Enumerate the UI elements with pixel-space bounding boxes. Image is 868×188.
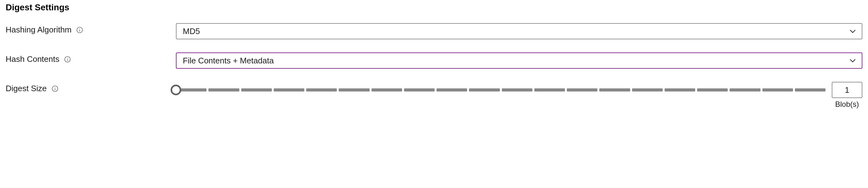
digest-size-slider[interactable] xyxy=(176,88,826,92)
svg-point-1 xyxy=(80,28,80,29)
select-value: File Contents + Metadata xyxy=(183,56,274,66)
row-hashing-algorithm: Hashing Algorithm MD5 xyxy=(6,23,862,40)
label-hashing-algorithm: Hashing Algorithm xyxy=(6,23,176,35)
svg-point-7 xyxy=(55,87,55,88)
slider-segment xyxy=(469,88,500,92)
slider-segment xyxy=(763,88,793,92)
slider-segment xyxy=(339,88,369,92)
section-title: Digest Settings xyxy=(6,2,862,12)
slider-segment xyxy=(567,88,597,92)
slider-segment xyxy=(241,88,272,92)
slider-segment xyxy=(274,88,304,92)
digest-size-unit: Blob(s) xyxy=(835,100,859,109)
slider-segment xyxy=(599,88,630,92)
slider-segment xyxy=(306,88,337,92)
slider-segment xyxy=(208,88,239,92)
slider-segment xyxy=(404,88,435,92)
slider-segment xyxy=(632,88,663,92)
hashing-algorithm-select[interactable]: MD5 xyxy=(176,23,862,39)
label-digest-size: Digest Size xyxy=(6,82,176,93)
label-text: Hash Contents xyxy=(6,54,59,64)
slider-segment xyxy=(534,88,565,92)
slider-segment xyxy=(730,88,760,92)
label-hash-contents: Hash Contents xyxy=(6,53,176,64)
row-hash-contents: Hash Contents File Contents + Metadata xyxy=(6,53,862,69)
chevron-down-icon xyxy=(849,27,857,35)
slider-segment xyxy=(502,88,532,92)
row-digest-size: Digest Size Blob(s) xyxy=(6,82,862,109)
label-text: Hashing Algorithm xyxy=(6,25,71,35)
info-icon[interactable] xyxy=(64,56,71,63)
slider-segment xyxy=(664,88,695,92)
slider-segment xyxy=(372,88,402,92)
slider-segment xyxy=(436,88,467,92)
digest-size-input[interactable] xyxy=(832,82,862,98)
slider-segment xyxy=(795,88,826,92)
hash-contents-select[interactable]: File Contents + Metadata xyxy=(176,53,862,69)
slider-thumb[interactable] xyxy=(170,85,181,95)
label-text: Digest Size xyxy=(6,84,47,93)
chevron-down-icon xyxy=(849,57,857,65)
info-icon[interactable] xyxy=(76,26,84,34)
select-value: MD5 xyxy=(183,27,200,36)
svg-point-4 xyxy=(67,58,68,58)
info-icon[interactable] xyxy=(51,85,59,92)
slider-segment xyxy=(697,88,728,92)
